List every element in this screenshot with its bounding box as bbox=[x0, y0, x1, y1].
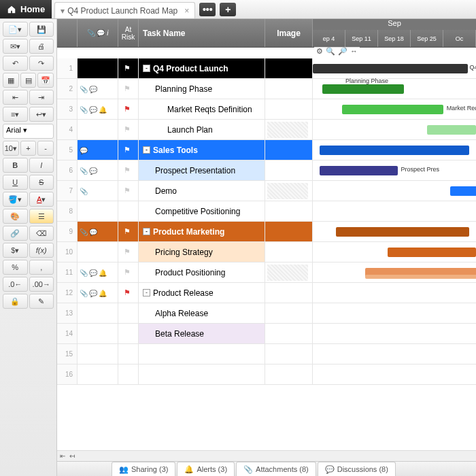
font-color-button[interactable]: A▾ bbox=[29, 192, 54, 207]
close-icon[interactable]: × bbox=[184, 6, 189, 16]
image-cell[interactable] bbox=[265, 242, 313, 262]
at-risk-cell[interactable]: ⚑ bbox=[118, 222, 139, 241]
cards-view-button[interactable]: ▤ bbox=[20, 73, 37, 88]
tab-add-button[interactable]: + bbox=[220, 3, 236, 16]
bubble-icon[interactable] bbox=[89, 289, 97, 297]
redo-button[interactable]: ↷ bbox=[29, 56, 54, 71]
at-risk-cell[interactable]: ⚑ bbox=[118, 160, 139, 180]
header-task-name[interactable]: Task Name bbox=[139, 19, 265, 47]
task-row[interactable]: 10⚑Pricing StrategyPricing bbox=[57, 242, 476, 262]
print-button[interactable]: 🖨 bbox=[29, 39, 54, 54]
bubble-icon[interactable] bbox=[89, 167, 97, 175]
task-row[interactable]: 4⚑Launch PlanLaunch bbox=[57, 120, 476, 140]
size-up-button[interactable]: + bbox=[20, 141, 37, 156]
task-name-cell[interactable]: -Sales Tools bbox=[139, 140, 265, 160]
clip-icon[interactable] bbox=[80, 167, 88, 175]
lock-button[interactable]: 🔒 bbox=[3, 294, 28, 309]
clear-format-button[interactable]: ⌫ bbox=[29, 226, 54, 241]
gantt-cell[interactable]: Planning Phase bbox=[313, 79, 476, 99]
strike-button[interactable]: S bbox=[29, 175, 54, 190]
gantt-cell[interactable] bbox=[313, 324, 476, 343]
expand-button[interactable]: - bbox=[143, 228, 150, 235]
timeline-week[interactable]: Oc bbox=[443, 30, 476, 47]
image-cell[interactable] bbox=[265, 344, 313, 364]
formula-button[interactable]: f(x) bbox=[29, 243, 54, 258]
image-cell[interactable] bbox=[265, 120, 313, 139]
sharing-tab[interactable]: 👥Sharing (3) bbox=[112, 462, 175, 476]
size-down-button[interactable]: - bbox=[37, 141, 54, 156]
task-name-cell[interactable] bbox=[139, 364, 265, 384]
gantt-bar[interactable] bbox=[320, 166, 398, 175]
bold-button[interactable]: B bbox=[3, 158, 28, 173]
gantt-bar[interactable] bbox=[313, 64, 468, 73]
at-risk-cell[interactable]: ⚑ bbox=[118, 120, 139, 139]
attachments-tab[interactable]: 📎Attachments (8) bbox=[236, 462, 316, 476]
at-risk-cell[interactable]: ⚑ bbox=[118, 58, 139, 78]
alerts-tab[interactable]: 🔔Alerts (3) bbox=[177, 462, 235, 476]
gantt-cell[interactable]: D bbox=[313, 181, 476, 201]
percent-button[interactable]: % bbox=[3, 260, 28, 275]
thousands-button[interactable]: , bbox=[29, 260, 54, 275]
mail-button[interactable]: ✉▾ bbox=[3, 39, 28, 54]
task-row[interactable]: 7⚑DemoD bbox=[57, 181, 476, 201]
gantt-cell[interactable] bbox=[313, 283, 476, 303]
zoom-out-icon[interactable]: 🔍 bbox=[326, 47, 335, 58]
task-name-cell[interactable]: Planning Phase bbox=[139, 79, 265, 99]
conditional-format-button[interactable]: 🎨 bbox=[3, 209, 28, 224]
gantt-cell[interactable] bbox=[313, 303, 476, 323]
image-cell[interactable] bbox=[265, 324, 313, 343]
task-row[interactable]: 16 bbox=[57, 364, 476, 385]
new-button[interactable]: 📄▾ bbox=[3, 22, 28, 37]
gantt-cell[interactable] bbox=[313, 222, 476, 241]
gantt-cell[interactable]: Prospect Pres bbox=[313, 160, 476, 180]
at-risk-cell[interactable]: ⚑ bbox=[118, 181, 139, 201]
task-name-cell[interactable]: Alpha Release bbox=[139, 303, 265, 323]
image-cell[interactable] bbox=[265, 283, 313, 303]
indent-button[interactable]: ⇥ bbox=[29, 90, 54, 105]
gantt-cell[interactable] bbox=[313, 201, 476, 221]
calendar-view-button[interactable]: 📅 bbox=[37, 73, 54, 88]
highlight-button[interactable]: ✎ bbox=[29, 294, 54, 309]
underline-button[interactable]: U bbox=[3, 175, 28, 190]
task-name-cell[interactable]: Competitive Positioning bbox=[139, 201, 265, 221]
discussions-tab[interactable]: 💬Discussions (8) bbox=[318, 462, 396, 476]
timeline-week[interactable]: Sep 18 bbox=[378, 30, 411, 47]
timeline-week[interactable]: ep 4 bbox=[313, 30, 345, 47]
image-cell[interactable] bbox=[265, 181, 313, 201]
gantt-cell[interactable]: Pricing bbox=[313, 242, 476, 262]
clip-icon[interactable] bbox=[80, 269, 88, 277]
image-cell[interactable] bbox=[265, 364, 313, 384]
bell-icon[interactable] bbox=[99, 269, 107, 277]
task-name-cell[interactable]: -Q4 Product Launch bbox=[139, 58, 265, 78]
task-row[interactable]: 14Beta Release bbox=[57, 324, 476, 344]
clip-icon[interactable] bbox=[80, 228, 88, 236]
expand-button[interactable]: - bbox=[143, 65, 150, 72]
at-risk-cell[interactable]: ⚑ bbox=[118, 262, 139, 282]
gantt-cell[interactable] bbox=[313, 364, 476, 384]
header-image[interactable]: Image bbox=[265, 19, 313, 47]
grid-view-button[interactable]: ▦ bbox=[3, 73, 19, 88]
at-risk-cell[interactable] bbox=[118, 303, 139, 323]
zoom-in-icon[interactable]: 🔎 bbox=[338, 47, 347, 58]
home-tab[interactable]: Home bbox=[0, 0, 52, 18]
task-row[interactable]: 3⚑Market Reqts DefinitionMarket Reqts De… bbox=[57, 99, 476, 120]
expand-button[interactable]: - bbox=[143, 289, 150, 296]
at-risk-cell[interactable]: ⚑ bbox=[118, 140, 139, 160]
task-row[interactable]: 12⚑-Product Release bbox=[57, 283, 476, 303]
task-row[interactable]: 8Competitive Positioning bbox=[57, 201, 476, 222]
font-family-select[interactable]: Arial ▾ bbox=[3, 124, 54, 139]
timeline-week[interactable]: Sep 25 bbox=[411, 30, 443, 47]
task-name-cell[interactable]: Pricing Strategy bbox=[139, 242, 265, 262]
nav-first-icon[interactable]: ⇤ bbox=[60, 452, 65, 460]
timeline-week[interactable]: Sep 11 bbox=[345, 30, 378, 47]
gantt-cell[interactable]: Market Reqts Definiti bbox=[313, 99, 476, 119]
font-size-select[interactable]: 10▾ bbox=[3, 141, 19, 156]
task-row[interactable]: 13Alpha Release bbox=[57, 303, 476, 324]
at-risk-cell[interactable] bbox=[118, 344, 139, 364]
gantt-bar[interactable] bbox=[388, 248, 476, 257]
wrap-button[interactable]: ↩▾ bbox=[29, 107, 54, 122]
task-row[interactable]: 11⚑Product Positioning bbox=[57, 262, 476, 283]
task-row[interactable]: 1⚑-Q4 Product LaunchQ4 Pro bbox=[57, 58, 476, 79]
gantt-cell[interactable]: Launch bbox=[313, 120, 476, 139]
gantt-bar[interactable] bbox=[342, 105, 443, 114]
